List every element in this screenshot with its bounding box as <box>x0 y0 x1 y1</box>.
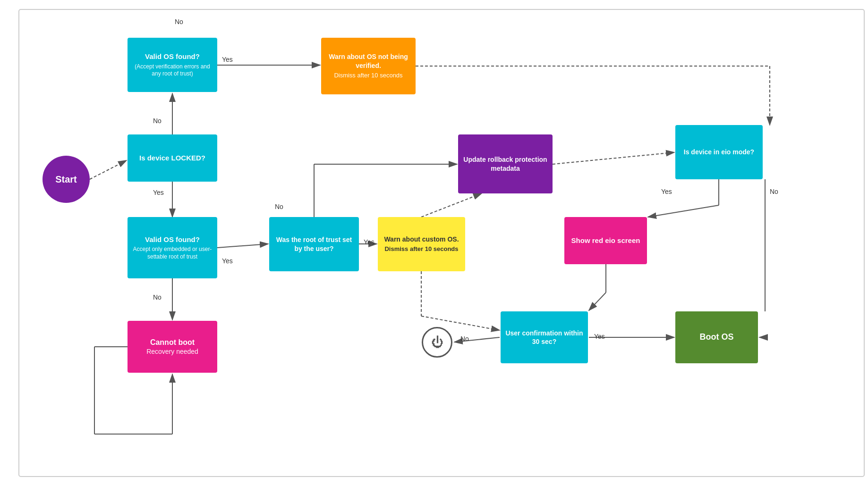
label-no-root-of-trust: No <box>275 203 283 210</box>
valid-os-locked-sub: Accept only embedded or user-settable ro… <box>132 246 213 260</box>
update-rollback-label: Update rollback protection metadata <box>463 155 548 172</box>
warn-custom-os-sub: Dismiss after 10 seconds <box>384 245 458 253</box>
label-yes-user-confirmation: Yes <box>594 333 605 340</box>
root-of-trust-node: Was the root of trust set by the user? <box>269 217 359 271</box>
device-eio-mode-label: Is device in eio mode? <box>684 148 754 156</box>
device-eio-mode-node: Is device in eio mode? <box>675 125 763 179</box>
warn-os-unverified-title: Warn about OS not being verified. <box>326 52 411 69</box>
label-no-valid-os-locked: No <box>153 293 162 301</box>
label-no-device-locked-up: No <box>153 117 162 125</box>
show-red-eio-label: Show red eio screen <box>571 236 640 245</box>
show-red-eio-node: Show red eio screen <box>564 217 647 264</box>
user-confirmation-label: User confirmation within 30 sec? <box>505 329 583 346</box>
update-rollback-node: Update rollback protection metadata <box>458 134 553 193</box>
valid-os-locked-title: Valid OS found? <box>145 235 200 244</box>
svg-line-11 <box>421 193 482 217</box>
warn-os-unverified-sub: Dismiss after 10 seconds <box>334 72 402 80</box>
label-yes-root-of-trust: Yes <box>364 238 374 246</box>
valid-os-unlocked-node: Valid OS found? (Accept verification err… <box>128 38 217 92</box>
label-yes-device-locked-down: Yes <box>153 189 164 196</box>
label-yes-valid-os-locked: Yes <box>222 257 233 265</box>
user-confirmation-node: User confirmation within 30 sec? <box>501 311 588 363</box>
warn-custom-os-node: Warn about custom OS. Dismiss after 10 s… <box>378 217 465 271</box>
warn-custom-os-title: Warn about custom OS. <box>384 235 459 243</box>
start-label: Start <box>55 174 77 185</box>
svg-line-20 <box>589 293 606 310</box>
svg-line-2 <box>90 160 127 179</box>
warn-os-unverified-node: Warn about OS not being verified. Dismis… <box>321 38 416 94</box>
boot-os-label: Boot OS <box>700 332 734 343</box>
label-no-eio-mode: No <box>770 188 778 195</box>
svg-line-7 <box>217 244 268 248</box>
cannot-boot-sub: Recovery needed <box>146 347 198 356</box>
label-yes-valid-os-unlocked: Yes <box>222 56 233 63</box>
power-off-icon: ⏻ <box>422 327 452 358</box>
svg-line-14 <box>553 152 674 164</box>
valid-os-locked-node: Valid OS found? Accept only embedded or … <box>128 217 217 278</box>
start-node: Start <box>43 156 90 203</box>
cannot-boot-node: Cannot boot Recovery needed <box>128 321 217 373</box>
label-no-valid-os-unlocked: No <box>175 18 183 25</box>
label-yes-eio-mode: Yes <box>661 188 672 195</box>
cannot-boot-title: Cannot boot <box>150 338 195 348</box>
device-locked-label: Is device LOCKED? <box>139 153 205 163</box>
diagram-container: Start Valid OS found? (Accept verificati… <box>0 0 868 485</box>
svg-line-16 <box>648 205 719 217</box>
label-no-user-confirmation: No <box>460 335 469 343</box>
device-locked-node: Is device LOCKED? <box>128 134 217 182</box>
root-of-trust-label: Was the root of trust set by the user? <box>274 235 354 252</box>
valid-os-unlocked-sub: (Accept verification errors and any root… <box>132 63 213 78</box>
valid-os-unlocked-title: Valid OS found? <box>145 52 200 61</box>
boot-os-node: Boot OS <box>675 311 758 363</box>
